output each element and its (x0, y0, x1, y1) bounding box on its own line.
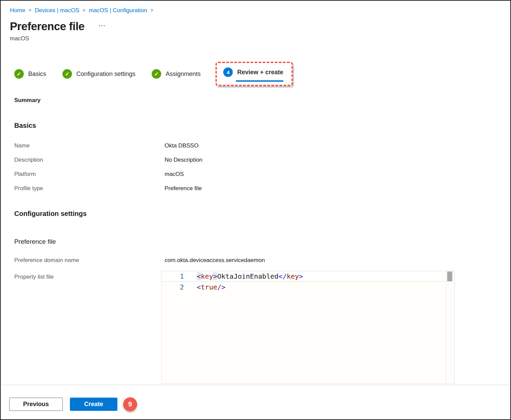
configuration-settings-heading: Configuration settings (1, 209, 510, 218)
page-subtitle: macOS (1, 35, 510, 42)
field-value: com.okta.deviceaccess.servicedaemon (165, 257, 265, 264)
plist-code-editor[interactable]: 1 <key>OktaJoinEnabled</key> 2 <true/> (161, 271, 455, 384)
field-row-description: Description No Description (1, 156, 510, 164)
code-line: 1 <key>OktaJoinEnabled</key> (162, 271, 454, 282)
footer-action-bar: Previous Create 9 (1, 385, 510, 419)
breadcrumb-separator: > (150, 7, 153, 13)
tab-configuration-settings[interactable]: ✓ Configuration settings (62, 69, 135, 79)
tab-assignments-label: Assignments (166, 71, 201, 78)
breadcrumb-separator: > (29, 7, 31, 13)
field-label: Preference domain name (14, 257, 165, 264)
tab-basics-label: Basics (28, 71, 46, 78)
tab-configuration-settings-label: Configuration settings (76, 71, 135, 78)
field-label: Profile type (14, 185, 165, 192)
field-row-profile-type: Profile type Preference file (1, 185, 510, 192)
breadcrumb: Home>Devices | macOS>macOS | Configurati… (1, 1, 510, 15)
code-line: 2 <true/> (162, 282, 454, 292)
field-value: Okta DBSSO (165, 142, 198, 149)
field-label: Name (14, 142, 165, 149)
field-label: Description (14, 156, 165, 164)
line-number: 1 (162, 272, 184, 280)
field-label: Platform (14, 171, 165, 178)
editor-scrollbar[interactable] (446, 271, 454, 383)
page-header: Preference file ··· (1, 19, 510, 34)
editor-scrollbar-thumb[interactable] (447, 272, 452, 281)
code-content: <key>OktaJoinEnabled</key> (197, 272, 303, 280)
tab-review-create[interactable]: 4 Review + create (223, 67, 283, 77)
create-button[interactable]: Create (70, 398, 117, 411)
field-row-platform: Platform macOS (1, 171, 510, 178)
field-value: macOS (165, 171, 184, 178)
annotation-highlight-box: 4 Review + create (215, 62, 293, 86)
basics-fields: Name Okta DBSSO Description No Descripti… (1, 142, 510, 192)
step-4-icon: 4 (223, 67, 233, 77)
field-value: Preference file (165, 185, 202, 192)
breadcrumb-link-macos-configuration[interactable]: macOS | Configuration (89, 7, 147, 14)
basics-section-heading: Basics (1, 121, 510, 130)
field-row-name: Name Okta DBSSO (1, 142, 510, 149)
breadcrumb-link-home[interactable]: Home (10, 7, 25, 14)
line-number: 2 (162, 283, 184, 291)
breadcrumb-separator: > (83, 7, 86, 13)
check-circle-icon: ✓ (14, 69, 24, 79)
field-row-preference-domain: Preference domain name com.okta.deviceac… (1, 257, 510, 264)
breadcrumb-link-devices-macos[interactable]: Devices | macOS (35, 7, 79, 14)
field-row-property-list-file: Property list file 1 <key>OktaJoinEnable… (1, 271, 510, 384)
summary-heading: Summary (1, 97, 510, 104)
check-circle-icon: ✓ (62, 69, 72, 79)
tab-review-create-label: Review + create (237, 69, 283, 76)
check-circle-icon: ✓ (152, 69, 161, 79)
field-label: Property list file (14, 271, 161, 384)
code-content: <true/> (197, 283, 225, 291)
previous-button[interactable]: Previous (9, 398, 63, 411)
annotation-step-badge: 9 (123, 397, 137, 411)
wizard-tabs: ✓ Basics ✓ Configuration settings ✓ Assi… (1, 59, 510, 88)
active-tab-underline (236, 80, 283, 82)
field-value: No Description (165, 156, 203, 164)
tab-basics[interactable]: ✓ Basics (14, 69, 46, 79)
page-title: Preference file (10, 19, 84, 34)
more-menu-icon[interactable]: ··· (99, 24, 106, 27)
preference-file-subheading: Preference file (1, 238, 510, 246)
tab-assignments[interactable]: ✓ Assignments (152, 69, 201, 79)
